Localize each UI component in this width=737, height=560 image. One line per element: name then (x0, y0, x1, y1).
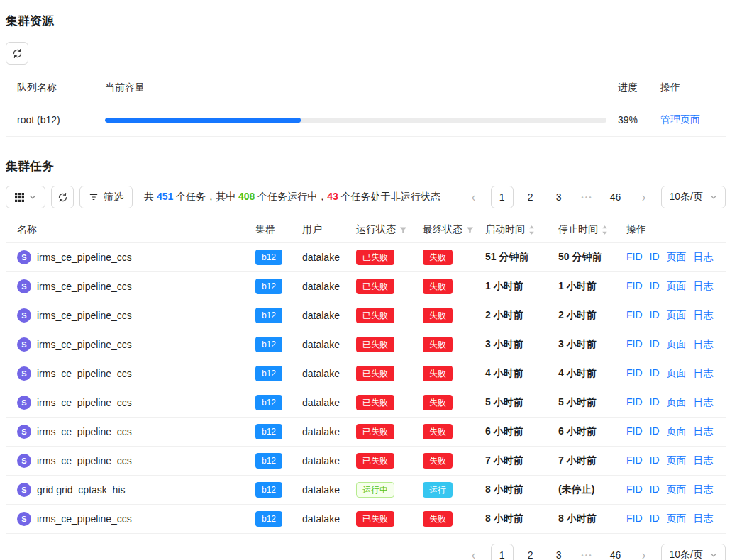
page-button-46[interactable]: 46 (604, 544, 627, 560)
id-link[interactable]: ID (650, 367, 660, 379)
prev-page-button[interactable]: ‹ (462, 186, 485, 208)
col-final-status: 最终状态 (423, 217, 485, 243)
task-name: irms_ce_pipeline_ccs (37, 339, 132, 350)
user-cell: datalake (302, 505, 356, 534)
next-page-button[interactable]: › (633, 186, 655, 208)
avatar: S (17, 279, 31, 293)
page-button-3[interactable]: 3 (548, 186, 570, 208)
cluster-cell: b12 (255, 272, 302, 301)
final-status-badge: 失败 (423, 395, 453, 410)
fid-link[interactable]: FID (626, 280, 643, 291)
table-row: S irms_ce_pipeline_ccs b12 datalake 已失败 … (6, 243, 726, 272)
page-button-46[interactable]: 46 (604, 186, 627, 208)
start-time: 4 小时前 (485, 359, 558, 388)
refresh-tasks-button[interactable] (51, 186, 74, 208)
log-link[interactable]: 日志 (694, 280, 714, 291)
refresh-icon (12, 48, 23, 59)
page-button-3[interactable]: 3 (548, 544, 570, 560)
page-button-2[interactable]: 2 (519, 186, 542, 208)
total-task-count: 451 (157, 191, 173, 202)
id-link[interactable]: ID (650, 309, 660, 320)
fid-link[interactable]: FID (626, 309, 643, 320)
manage-page-link[interactable]: 管理页面 (660, 113, 700, 125)
cluster-badge: b12 (255, 424, 282, 439)
page-button-1[interactable]: 1 (491, 544, 514, 560)
sort-caret-icon[interactable] (528, 225, 535, 235)
id-link[interactable]: ID (650, 513, 660, 524)
page-button-1[interactable]: 1 (491, 186, 514, 208)
prev-page-button[interactable]: ‹ (462, 544, 485, 560)
fid-link[interactable]: FID (626, 454, 643, 466)
col-cluster: 集群 (255, 217, 302, 243)
sort-caret-icon[interactable] (602, 225, 608, 235)
start-time: 7 小时前 (485, 447, 558, 476)
log-link[interactable]: 日志 (694, 251, 714, 262)
fid-link[interactable]: FID (626, 483, 643, 495)
id-link[interactable]: ID (650, 338, 660, 349)
id-link[interactable]: ID (650, 454, 660, 466)
stop-time: 4 小时前 (558, 359, 626, 388)
fid-link[interactable]: FID (626, 367, 643, 379)
id-link[interactable]: ID (650, 396, 660, 408)
log-link[interactable]: 日志 (694, 338, 714, 349)
page-link[interactable]: 页面 (667, 425, 687, 437)
id-link[interactable]: ID (650, 425, 660, 437)
id-link[interactable]: ID (650, 251, 660, 262)
page-link[interactable]: 页面 (667, 513, 687, 524)
id-link[interactable]: ID (650, 280, 660, 291)
fid-link[interactable]: FID (626, 338, 643, 349)
pagination-bottom: ‹123•••46›10条/页 (462, 544, 726, 560)
col-run-status: 运行状态 (356, 217, 423, 243)
log-link[interactable]: 日志 (694, 483, 714, 495)
page-link[interactable]: 页面 (667, 251, 687, 262)
grid-icon (15, 193, 24, 202)
cluster-badge: b12 (255, 453, 282, 469)
log-link[interactable]: 日志 (694, 454, 714, 466)
page-link[interactable]: 页面 (667, 309, 687, 320)
table-row: S irms_ce_pipeline_ccs b12 datalake 已失败 … (6, 418, 726, 447)
filter-funnel-icon[interactable] (399, 226, 407, 234)
id-link[interactable]: ID (650, 483, 660, 495)
row-actions: FIDID页面日志 (626, 447, 726, 476)
next-page-button[interactable]: › (633, 544, 655, 560)
final-status-badge: 失败 (423, 279, 453, 294)
cluster-badge: b12 (255, 250, 282, 265)
run-status-cell: 已失败 (356, 272, 423, 301)
start-time: 8 小时前 (485, 505, 558, 534)
page-link[interactable]: 页面 (667, 367, 687, 379)
fid-link[interactable]: FID (626, 425, 643, 437)
avatar: S (17, 308, 31, 323)
final-status-badge: 失败 (423, 250, 453, 265)
avatar: S (17, 454, 31, 468)
column-settings-button[interactable] (6, 186, 45, 208)
user-cell: datalake (302, 359, 356, 388)
filter-button[interactable]: 筛选 (79, 186, 133, 208)
name-cell: S irms_ce_pipeline_ccs (6, 272, 255, 301)
page-size-select[interactable]: 10条/页 (661, 544, 726, 560)
page-link[interactable]: 页面 (667, 483, 687, 495)
log-link[interactable]: 日志 (694, 367, 714, 379)
task-name: irms_ce_pipeline_ccs (37, 455, 132, 466)
log-link[interactable]: 日志 (694, 396, 714, 408)
fid-link[interactable]: FID (626, 396, 643, 408)
user-cell: datalake (302, 330, 356, 359)
log-link[interactable]: 日志 (694, 513, 714, 524)
page-button-2[interactable]: 2 (519, 544, 542, 560)
log-link[interactable]: 日志 (694, 425, 714, 437)
page-link[interactable]: 页面 (667, 396, 687, 408)
log-link[interactable]: 日志 (694, 309, 714, 320)
refresh-resources-button[interactable] (6, 42, 28, 65)
fid-link[interactable]: FID (626, 251, 643, 262)
fid-link[interactable]: FID (626, 513, 643, 524)
page-link[interactable]: 页面 (667, 454, 687, 466)
filter-funnel-icon[interactable] (466, 226, 474, 234)
run-status-cell: 已失败 (356, 301, 423, 330)
page-link[interactable]: 页面 (667, 280, 687, 291)
running-task-count: 408 (238, 191, 255, 202)
run-status-badge: 已失败 (356, 337, 394, 352)
start-time: 51 分钟前 (485, 243, 558, 272)
page-size-select[interactable]: 10条/页 (661, 186, 726, 208)
stop-time: 6 小时前 (558, 418, 626, 447)
table-row: S irms_ce_pipeline_ccs b12 datalake 已失败 … (6, 272, 726, 301)
page-link[interactable]: 页面 (667, 338, 687, 349)
